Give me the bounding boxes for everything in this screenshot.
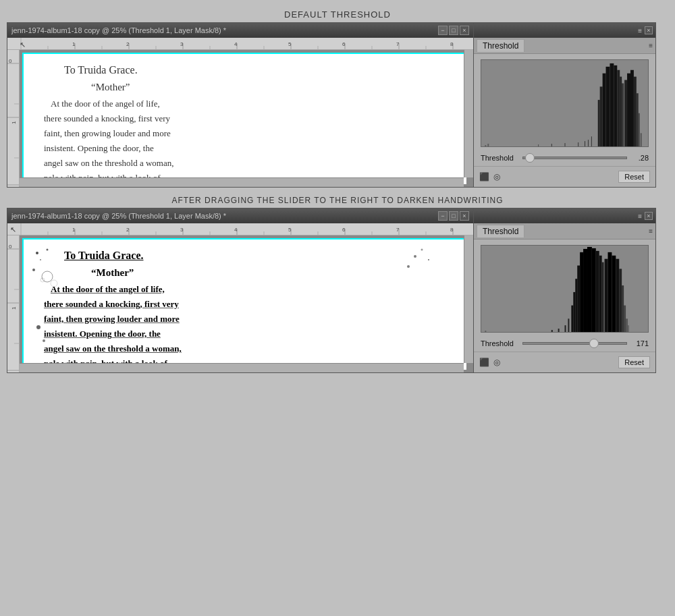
threshold-control-1: Threshold .28 — [474, 150, 655, 166]
threshold-slider-2[interactable] — [522, 342, 627, 345]
threshold-label-2: Threshold — [481, 339, 520, 347]
scrollbar-h-1[interactable] — [20, 177, 464, 187]
svg-text:↖: ↖ — [10, 225, 16, 233]
svg-rect-40 — [487, 144, 489, 146]
restore-btn-2[interactable]: □ — [449, 211, 458, 221]
svg-text:1: 1 — [11, 121, 17, 124]
scrollbar-v-2[interactable] — [464, 235, 473, 363]
svg-rect-42 — [551, 144, 552, 146]
screenshot-row-1: jenn-1974-album1-18 copy @ 25% (Threshol… — [7, 22, 668, 188]
top-section-label: DEFAULT THRESHOLD — [284, 9, 391, 20]
histogram-2 — [481, 245, 649, 333]
layers-icon-1[interactable]: ⬛ — [479, 172, 489, 181]
svg-rect-61 — [637, 93, 639, 146]
svg-text:↖: ↖ — [20, 40, 26, 49]
reset-btn-2[interactable]: Reset — [618, 356, 650, 368]
scrollbar-v-1[interactable] — [464, 50, 473, 177]
panel-close-btn-1[interactable]: × — [645, 26, 653, 34]
threshold-panel-2: ≡ × Threshold ≡ — [474, 208, 656, 373]
ps-content-2: 0 1 2 3 — [7, 235, 473, 372]
eye-icon-2[interactable]: ◎ — [493, 358, 500, 367]
scrollbar-h-2[interactable] — [20, 363, 464, 372]
svg-text:7: 7 — [396, 227, 400, 233]
threshold-tab-1[interactable]: Threshold — [477, 39, 524, 52]
svg-rect-45 — [585, 141, 585, 146]
minimize-btn-1[interactable]: − — [438, 26, 448, 35]
restore-btn-1[interactable]: □ — [449, 26, 458, 35]
svg-rect-139 — [616, 259, 619, 332]
threshold-panel-1: ≡ × Threshold ≡ — [474, 22, 656, 188]
histogram-1 — [481, 59, 649, 147]
svg-rect-133 — [596, 251, 599, 332]
svg-rect-46 — [588, 140, 589, 146]
svg-text:0: 0 — [9, 58, 12, 64]
svg-text:0: 0 — [9, 244, 12, 250]
svg-rect-53 — [614, 65, 617, 146]
ps-title-2: jenn-1974-album1-18 copy @ 25% (Threshol… — [11, 212, 438, 220]
svg-rect-128 — [577, 266, 580, 332]
svg-text:5: 5 — [288, 41, 292, 47]
svg-rect-44 — [578, 142, 578, 146]
handwriting-text-2: To Truida Grace. “Mother” At the door of… — [24, 240, 466, 370]
ruler-v-2: 0 1 2 3 — [7, 235, 20, 372]
svg-rect-60 — [634, 77, 637, 146]
panel-titlebar-2: ≡ × — [474, 208, 655, 223]
svg-rect-142 — [624, 306, 626, 332]
handwriting-text-1: To Truida Grace. “Mother” At the door of… — [24, 54, 466, 184]
svg-rect-63 — [641, 133, 642, 146]
reset-btn-1[interactable]: Reset — [618, 171, 650, 183]
panel-bottom-icons-2: ⬛ ◎ — [479, 358, 500, 367]
svg-rect-39 — [485, 145, 486, 146]
svg-rect-58 — [627, 74, 630, 146]
svg-rect-47 — [591, 136, 592, 146]
threshold-control-2: Threshold 171 — [474, 335, 655, 352]
win-controls-1: − □ × — [438, 26, 469, 35]
svg-rect-134 — [599, 256, 602, 332]
panel-options-btn-1[interactable]: ≡ — [649, 42, 653, 49]
between-label: AFTER DRAGGING THE SLIDER TO THE RIGHT T… — [171, 196, 503, 205]
svg-rect-132 — [592, 248, 596, 332]
slider-thumb-2[interactable] — [589, 339, 599, 348]
eye-icon-1[interactable]: ◎ — [493, 172, 500, 181]
svg-rect-52 — [610, 63, 614, 146]
svg-rect-141 — [622, 285, 624, 332]
svg-rect-43 — [565, 143, 566, 146]
panel-menu-icon-1[interactable]: ≡ — [638, 27, 642, 34]
svg-rect-137 — [608, 252, 612, 332]
ps-content-1: 0 1 2 3 — [7, 50, 473, 187]
svg-rect-125 — [571, 306, 573, 332]
svg-text:2: 2 — [126, 227, 130, 233]
svg-rect-48 — [598, 100, 600, 146]
panel-options-btn-2[interactable]: ≡ — [649, 227, 653, 235]
svg-rect-121 — [551, 330, 553, 332]
ps-canvas-1: To Truida Grace. “Mother” At the door of… — [20, 50, 473, 187]
ps-canvas-2: To Truida Grace. “Mother” At the door of… — [20, 235, 473, 372]
svg-rect-131 — [587, 247, 592, 332]
threshold-tab-2[interactable]: Threshold — [477, 225, 524, 237]
svg-rect-62 — [639, 113, 640, 146]
minimize-btn-2[interactable]: − — [438, 211, 448, 221]
svg-text:2: 2 — [126, 41, 130, 47]
svg-rect-135 — [602, 262, 604, 332]
svg-rect-50 — [603, 74, 606, 146]
slider-thumb-1[interactable] — [525, 153, 535, 163]
svg-rect-41 — [538, 144, 539, 146]
panel-close-btn-2[interactable]: × — [645, 212, 653, 220]
svg-text:1: 1 — [72, 41, 76, 47]
svg-rect-59 — [630, 70, 634, 146]
svg-text:6: 6 — [342, 41, 346, 47]
layers-icon-2[interactable]: ⬛ — [479, 358, 489, 367]
close-btn-1[interactable]: × — [460, 26, 469, 35]
panel-titlebar-1: ≡ × — [474, 23, 655, 38]
ps-titlebar-2: jenn-1974-album1-18 copy @ 25% (Threshol… — [7, 208, 473, 223]
svg-rect-120 — [485, 331, 486, 332]
close-btn-2[interactable]: × — [460, 211, 469, 221]
svg-rect-126 — [573, 292, 575, 332]
panel-menu-icon-2[interactable]: ≡ — [638, 213, 642, 220]
svg-text:4: 4 — [234, 41, 238, 47]
threshold-slider-1[interactable] — [522, 157, 627, 159]
svg-text:6: 6 — [342, 227, 346, 233]
threshold-label-1: Threshold — [481, 154, 520, 162]
svg-rect-127 — [575, 279, 577, 332]
svg-rect-51 — [606, 67, 610, 146]
